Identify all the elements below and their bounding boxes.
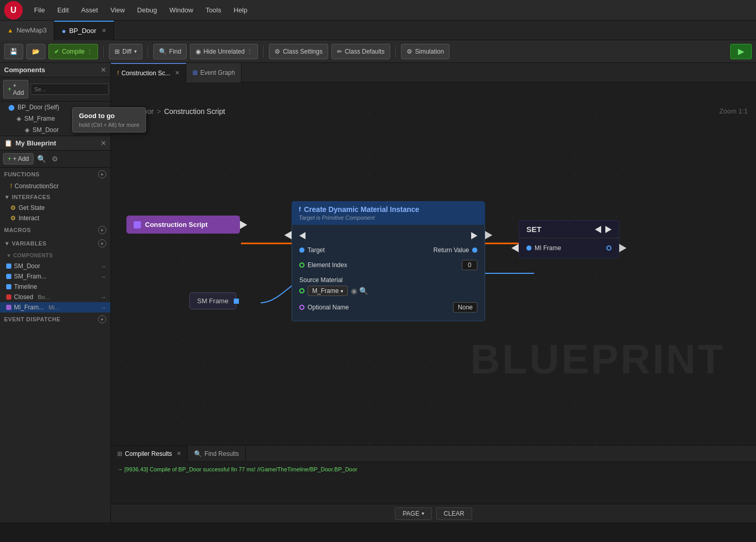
simulation-button[interactable]: ⚙ Simulation (401, 44, 449, 59)
tab-bp-door[interactable]: ● BP_Door ✕ (54, 21, 114, 40)
browse-button[interactable]: 📂 (26, 44, 45, 59)
tab-construction-script[interactable]: f Construction Sc... ✕ (111, 63, 186, 83)
play-button[interactable]: ▶ (730, 44, 752, 59)
var-sm-door-arrow: ↔ (101, 264, 106, 269)
construction-script-function[interactable]: f ConstructionScr (0, 181, 110, 191)
cdmi-optional-name-label: Optional Name (308, 304, 349, 311)
tab-bp-door-label: BP_Door (69, 27, 96, 35)
zoom-label: Zoom 1:1 (719, 107, 748, 115)
cdmi-source-material-pin (299, 288, 304, 293)
menu-asset[interactable]: Asset (76, 4, 103, 16)
var-timeline[interactable]: Timeline (0, 282, 110, 292)
separator-3 (263, 45, 264, 58)
components-toolbar: + + Add (0, 77, 110, 102)
mybp-search-button[interactable]: 🔍 (36, 153, 47, 165)
page-chevron-icon: ▾ (422, 511, 424, 516)
blueprint-canvas[interactable]: f BP_Door > Construction Script Zoom 1:1… (111, 83, 756, 445)
exec-out-pin (240, 221, 247, 229)
menu-help[interactable]: Help (229, 4, 253, 16)
class-defaults-icon: ✏ (337, 48, 342, 55)
clear-button[interactable]: CLEAR (436, 507, 472, 520)
interfaces-section-header: ▼ INTERFACES (0, 191, 110, 203)
var-mi-frame[interactable]: MI_Fram... Mi... ↔ (0, 302, 110, 313)
add-mybp-button[interactable]: + + Add (3, 153, 34, 165)
diff-chevron-icon: ▾ (134, 48, 137, 54)
menu-debug[interactable]: Debug (132, 4, 162, 16)
create-dmi-node[interactable]: f Create Dynamic Material Instance Targe… (292, 201, 485, 321)
cdmi-element-index-input[interactable]: 0 (462, 260, 477, 270)
interact-icon: ⚙ (10, 215, 16, 222)
find-button[interactable]: 🔍 Find (153, 44, 187, 59)
page-button[interactable]: PAGE ▾ (395, 507, 431, 520)
get-state-label: Get State (19, 204, 45, 211)
diff-icon: ⊞ (115, 48, 120, 55)
cdmi-source-dropdown[interactable]: M_Frame ▾ (308, 286, 348, 296)
add-macro-button[interactable]: + (98, 226, 106, 234)
event-graph-tab-label: Event Graph (200, 69, 235, 76)
get-state-interface[interactable]: ⚙ Get State (0, 203, 110, 213)
components-close-icon[interactable]: ✕ (101, 66, 106, 74)
menu-file[interactable]: File (29, 4, 50, 16)
construction-script-node[interactable]: Construction Script (126, 216, 240, 234)
cdmi-source-material-label: Source Material (299, 276, 368, 284)
var-closed[interactable]: Closed Bo... ↔ (0, 292, 110, 302)
menu-window[interactable]: Window (164, 4, 198, 16)
compile-check-icon: ✔ (54, 48, 59, 55)
diff-button[interactable]: ⊞ Diff ▾ (109, 44, 142, 59)
separator-2 (148, 45, 148, 58)
var-closed-type: Bo... (38, 294, 50, 300)
compile-button[interactable]: ✔ Compile ⋮ (49, 44, 98, 59)
set-node[interactable]: SET MI Frame (519, 220, 619, 258)
set-exec-out-pin (619, 244, 626, 252)
save-button[interactable]: 💾 (4, 44, 23, 59)
mybp-toolbar: + + Add 🔍 ⚙ (0, 151, 110, 168)
tab-newmap3[interactable]: ▲ NewMap3 (0, 21, 54, 40)
find-icon: 🔍 (159, 48, 167, 55)
construction-script-tab-close[interactable]: ✕ (175, 70, 180, 76)
cdmi-optional-name-input[interactable]: None (453, 302, 477, 313)
source-search-icon[interactable]: 🔍 (359, 287, 368, 295)
var-sm-frame[interactable]: SM_Fram... ↔ (0, 271, 110, 282)
add-event-dispatcher-button[interactable]: + (98, 315, 106, 323)
cdmi-source-action-buttons: ◉ 🔍 (351, 287, 368, 295)
menu-view[interactable]: View (105, 4, 130, 16)
class-settings-button[interactable]: ⚙ Class Settings (269, 44, 328, 59)
add-variable-button[interactable]: + (98, 239, 106, 248)
var-sm-frame-label: SM_Fram... (14, 273, 46, 280)
interact-interface[interactable]: ⚙ Interact (0, 213, 110, 223)
compile-dropdown-icon: ⋮ (87, 48, 92, 54)
app-logo: U (4, 1, 23, 20)
add-component-button[interactable]: + + Add (3, 80, 28, 98)
add-icon: + (8, 86, 11, 93)
diff-label: Diff (122, 48, 132, 55)
tab-compiler-results[interactable]: ⊞ Compiler Results ✕ (111, 446, 188, 462)
source-navigate-icon[interactable]: ◉ (351, 287, 357, 295)
var-sm-frame-arrow: ↔ (101, 274, 106, 280)
add-function-button[interactable]: + (98, 170, 106, 178)
event-graph-tab-icon: ⊞ (192, 69, 198, 76)
compiler-results-close[interactable]: ✕ (176, 450, 181, 457)
mybp-close-icon[interactable]: ✕ (101, 139, 106, 147)
cdmi-exec-in-pin (284, 231, 292, 239)
tab-event-graph[interactable]: ⊞ Event Graph (186, 63, 242, 83)
simulation-icon: ⚙ (407, 48, 412, 55)
mybp-icon: 📋 (4, 139, 12, 147)
var-sm-door[interactable]: SM_Door ↔ (0, 261, 110, 271)
sm-frame-node[interactable]: SM Frame (189, 292, 236, 309)
simulation-label: Simulation (415, 48, 444, 55)
class-defaults-button[interactable]: ✏ Class Defaults (331, 44, 390, 59)
class-defaults-label: Class Defaults (345, 48, 384, 55)
browse-icon: 📂 (32, 48, 40, 55)
mybp-title: My Blueprint (15, 139, 56, 147)
tab-find-results[interactable]: 🔍 Find Results (188, 446, 246, 462)
toolbar: 💾 📂 ✔ Compile ⋮ ⊞ Diff ▾ 🔍 Find ◉ Hide U… (0, 40, 756, 63)
menu-tools[interactable]: Tools (200, 4, 226, 16)
function-icon: f (10, 183, 12, 190)
tab-close-icon[interactable]: ✕ (102, 27, 106, 34)
components-search-input[interactable] (30, 84, 109, 95)
mybp-settings-button[interactable]: ⚙ (49, 153, 60, 165)
bp-door-self-label: BP_Door (Self) (18, 104, 59, 111)
menu-edit[interactable]: Edit (52, 4, 74, 16)
hide-unrelated-button[interactable]: ◉ Hide Unrelated ⋮ (190, 44, 258, 59)
canvas-area[interactable]: f Construction Sc... ✕ ⊞ Event Graph f B… (111, 63, 756, 522)
